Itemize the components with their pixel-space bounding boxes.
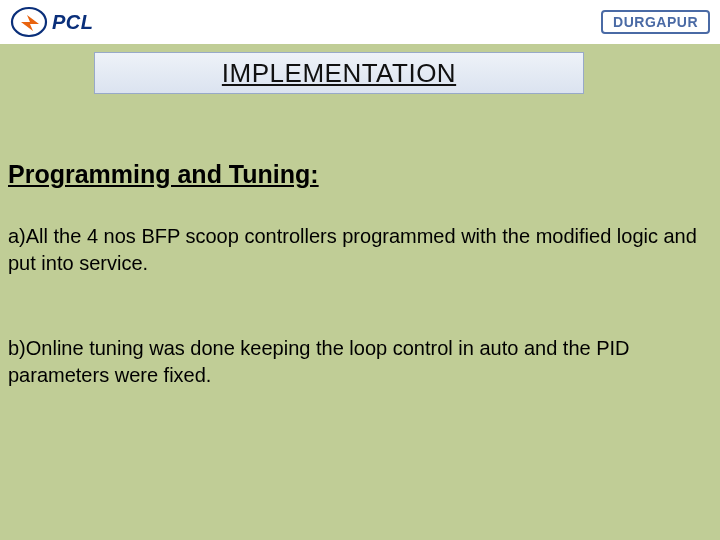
slide-header: PCL DURGAPUR xyxy=(0,0,720,44)
slide-title-box: IMPLEMENTATION xyxy=(94,52,584,94)
company-logo-left: PCL xyxy=(10,5,94,39)
location-badge: DURGAPUR xyxy=(601,10,710,34)
company-logo-left-text: PCL xyxy=(52,11,94,34)
paragraph-a: a)All the 4 nos BFP scoop controllers pr… xyxy=(8,223,708,277)
svg-marker-1 xyxy=(21,15,39,31)
slide-content: Programming and Tuning: a)All the 4 nos … xyxy=(8,160,712,447)
section-heading: Programming and Tuning: xyxy=(8,160,712,189)
paragraph-b: b)Online tuning was done keeping the loo… xyxy=(8,335,708,389)
lightning-oval-icon xyxy=(10,5,48,39)
slide-title: IMPLEMENTATION xyxy=(222,58,456,89)
